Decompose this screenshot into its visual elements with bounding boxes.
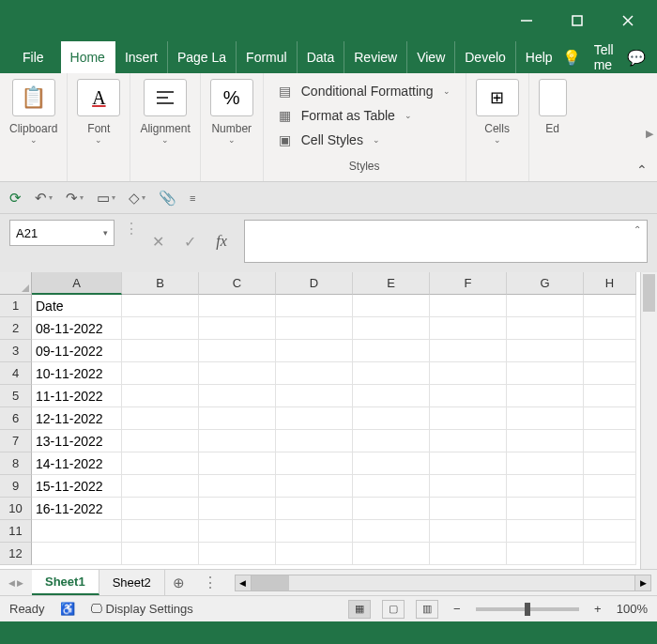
horizontal-scrollbar[interactable]: ◀ ▶: [229, 575, 657, 591]
tell-me-input[interactable]: Tell me: [594, 42, 614, 72]
cell-B4[interactable]: [122, 362, 199, 385]
tab-insert[interactable]: Insert: [115, 41, 168, 73]
cell-B8[interactable]: [122, 452, 199, 475]
cell-styles-button[interactable]: ▣ Cell Styles ⌄: [279, 128, 451, 152]
cell-G7[interactable]: [507, 430, 584, 452]
cell-D10[interactable]: [276, 498, 353, 520]
cell-F4[interactable]: [430, 362, 507, 385]
cell-C8[interactable]: [199, 452, 276, 475]
cell-A6[interactable]: 12-11-2022: [32, 407, 122, 430]
sheet-tab-sheet2[interactable]: Sheet2: [99, 570, 165, 595]
hscroll-left-icon[interactable]: ◀: [235, 575, 252, 591]
row-header-5[interactable]: 5: [0, 385, 32, 407]
row-header-6[interactable]: 6: [0, 407, 32, 430]
row-header-10[interactable]: 10: [0, 498, 32, 520]
font-button[interactable]: A: [77, 79, 120, 116]
cell-B6[interactable]: [122, 407, 199, 430]
cell-B12[interactable]: [122, 543, 199, 565]
display-settings-button[interactable]: 🖵 Display Settings: [90, 602, 193, 616]
cell-B11[interactable]: [122, 520, 199, 543]
cell-E3[interactable]: [353, 340, 430, 362]
cell-G2[interactable]: [507, 317, 584, 340]
cell-G1[interactable]: [507, 295, 584, 317]
tab-formulas[interactable]: Formul: [237, 41, 298, 73]
view-normal-button[interactable]: ▦: [348, 600, 371, 619]
cell-E7[interactable]: [353, 430, 430, 452]
undo-button[interactable]: ↶▾: [35, 190, 53, 207]
cell-D1[interactable]: [276, 295, 353, 317]
fx-icon[interactable]: fx: [212, 233, 231, 250]
minimize-button[interactable]: [505, 6, 548, 36]
formula-bar-input[interactable]: ⌃: [244, 220, 648, 263]
cell-B9[interactable]: [122, 475, 199, 498]
column-header-B[interactable]: B: [122, 272, 199, 295]
collapse-ribbon-button[interactable]: ⌃: [636, 162, 648, 177]
cell-A10[interactable]: 16-11-2022: [32, 498, 122, 520]
vertical-scrollbar[interactable]: [640, 272, 657, 569]
zoom-out-button[interactable]: −: [450, 602, 465, 616]
cell-G3[interactable]: [507, 340, 584, 362]
row-header-4[interactable]: 4: [0, 362, 32, 385]
editing-button[interactable]: [539, 79, 567, 116]
cell-E12[interactable]: [353, 543, 430, 565]
conditional-formatting-button[interactable]: ▤ Conditional Formatting ⌄: [279, 79, 451, 103]
tab-view[interactable]: View: [407, 41, 455, 73]
column-header-C[interactable]: C: [199, 272, 276, 295]
cell-H5[interactable]: [584, 385, 636, 407]
cell-H8[interactable]: [584, 452, 636, 475]
cell-D4[interactable]: [276, 362, 353, 385]
zoom-in-button[interactable]: +: [590, 602, 605, 616]
sheet-tab-sheet1[interactable]: Sheet1: [32, 570, 99, 595]
hscroll-right-icon[interactable]: ▶: [634, 575, 651, 591]
spreadsheet-grid[interactable]: ABCDEFGH 123456789101112 Date08-11-20220…: [0, 272, 657, 569]
cell-F2[interactable]: [430, 317, 507, 340]
maximize-button[interactable]: [556, 6, 599, 36]
cell-E8[interactable]: [353, 452, 430, 475]
cell-F12[interactable]: [430, 543, 507, 565]
cell-E11[interactable]: [353, 520, 430, 543]
cell-B3[interactable]: [122, 340, 199, 362]
cells-button[interactable]: ⊞: [476, 79, 519, 116]
cell-A4[interactable]: 10-11-2022: [32, 362, 122, 385]
number-dropdown-icon[interactable]: ⌄: [228, 135, 236, 145]
sheet-tab-overflow-icon[interactable]: ⋮: [193, 574, 229, 591]
tab-file[interactable]: File: [13, 41, 61, 73]
redo-button[interactable]: ↷▾: [66, 190, 84, 207]
cell-G5[interactable]: [507, 385, 584, 407]
qat-button-2[interactable]: ◇▾: [129, 190, 145, 207]
cell-B7[interactable]: [122, 430, 199, 452]
cell-D12[interactable]: [276, 543, 353, 565]
ribbon-scroll-right-icon[interactable]: ▶: [646, 128, 653, 140]
cell-G12[interactable]: [507, 543, 584, 565]
cell-E10[interactable]: [353, 498, 430, 520]
close-button[interactable]: [606, 6, 649, 36]
lightbulb-icon[interactable]: 💡: [562, 49, 581, 67]
column-header-D[interactable]: D: [276, 272, 353, 295]
row-header-11[interactable]: 11: [0, 520, 32, 543]
column-header-A[interactable]: A: [32, 272, 122, 295]
name-box-dropdown-icon[interactable]: ▾: [103, 228, 108, 238]
cell-F11[interactable]: [430, 520, 507, 543]
cell-C7[interactable]: [199, 430, 276, 452]
cell-G10[interactable]: [507, 498, 584, 520]
cell-A8[interactable]: 14-11-2022: [32, 452, 122, 475]
cell-A12[interactable]: [32, 543, 122, 565]
select-all-corner[interactable]: [0, 272, 32, 295]
cell-A7[interactable]: 13-11-2022: [32, 430, 122, 452]
cell-C5[interactable]: [199, 385, 276, 407]
row-header-3[interactable]: 3: [0, 340, 32, 362]
cell-H6[interactable]: [584, 407, 636, 430]
cancel-formula-button[interactable]: ✕: [148, 233, 167, 251]
cell-F7[interactable]: [430, 430, 507, 452]
cell-C4[interactable]: [199, 362, 276, 385]
cell-C2[interactable]: [199, 317, 276, 340]
alignment-dropdown-icon[interactable]: ⌄: [161, 135, 169, 145]
view-pagelayout-button[interactable]: ▢: [382, 600, 405, 619]
cell-D2[interactable]: [276, 317, 353, 340]
cell-C10[interactable]: [199, 498, 276, 520]
qat-customize-button[interactable]: ≡: [190, 192, 195, 204]
cell-A5[interactable]: 11-11-2022: [32, 385, 122, 407]
cell-G6[interactable]: [507, 407, 584, 430]
cell-D8[interactable]: [276, 452, 353, 475]
font-dropdown-icon[interactable]: ⌄: [95, 135, 102, 145]
